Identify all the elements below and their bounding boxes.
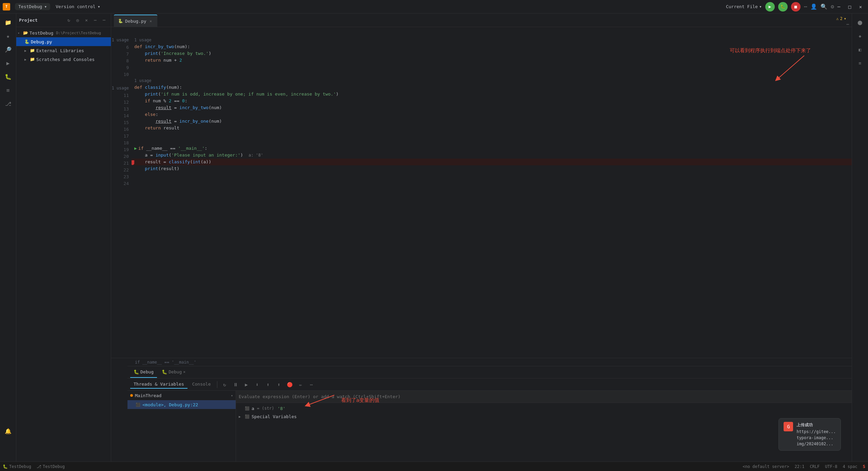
- notif-title: 上传成功: [796, 422, 836, 428]
- sidebar-close-btn[interactable]: ✕: [82, 16, 91, 24]
- editor-wrapper: 🐍 Debug.py ✕ ⋯ ⚠ 2 ▾ 1 usage 6 7 8 9 10: [111, 14, 852, 471]
- debug-tab[interactable]: 🐛 Debug: [130, 367, 157, 378]
- variables-panel: ▾ ⬛ a = (str) '8': [236, 391, 852, 471]
- right-gutter: ⬤ ◈ ◧ ≡: [852, 14, 868, 471]
- scratch-folder-icon: 📁: [30, 57, 35, 62]
- debug-more-btn[interactable]: ⋯: [307, 380, 316, 389]
- sidebar-actions: ↻ ◎ ✕ ⋯ ─: [65, 16, 108, 24]
- sidebar-locate-btn[interactable]: ◎: [74, 16, 82, 24]
- console-tab[interactable]: Console: [189, 380, 214, 389]
- dropdown-icon: ▾: [44, 4, 47, 9]
- pause-btn[interactable]: ⏸: [231, 380, 240, 389]
- user-icon[interactable]: 👤: [810, 3, 817, 10]
- eval-input[interactable]: [239, 394, 852, 399]
- debug-tab-label: Debug: [140, 369, 154, 374]
- code-line-15: else:: [132, 111, 852, 118]
- usage-hint-line11: 1 usage: [132, 77, 852, 84]
- status-position: 22:1: [794, 464, 804, 469]
- notif-content: 上传成功 https://gitee... typora-image... im…: [796, 422, 836, 447]
- run-icon-btn[interactable]: ▶: [2, 57, 14, 69]
- tree-item-scratches[interactable]: ▶ 📁 Scratches and Consoles: [16, 55, 111, 64]
- debug-run-button[interactable]: 🐛: [778, 2, 788, 12]
- right-gutter-icon4[interactable]: ≡: [854, 57, 866, 69]
- ln-usage1a: 1 usage: [111, 37, 129, 43]
- sidebar-minimize-btn[interactable]: ─: [100, 16, 108, 24]
- run-button[interactable]: ▶: [765, 2, 775, 12]
- project-menu-btn[interactable]: TestDebug ▾: [15, 3, 50, 10]
- sidebar-more-btn[interactable]: ⋯: [91, 16, 99, 24]
- var-item-special[interactable]: ▶ ⬛ Special Variables: [236, 412, 852, 421]
- code-line-12: print('if num is odd, increase by one; i…: [132, 91, 852, 98]
- tab-close-btn[interactable]: ✕: [149, 19, 153, 23]
- current-file-dropdown: ▾: [759, 4, 762, 9]
- status-project[interactable]: 🐛 TestDebug: [3, 464, 31, 469]
- resume-btn[interactable]: ↻: [220, 380, 230, 389]
- var-a-type: = (str): [257, 406, 274, 411]
- sidebar-refresh-btn[interactable]: ↻: [65, 16, 73, 24]
- file-tree: ▾ 📂 TestDebug D:\Project\TestDebug 🐍 Deb…: [16, 27, 111, 471]
- version-control-btn[interactable]: Version control ▾: [52, 3, 103, 10]
- debug-tab2-close[interactable]: ✕: [183, 370, 185, 374]
- var-special-icon: ⬛: [245, 414, 250, 419]
- maximize-btn[interactable]: □: [845, 2, 854, 12]
- notifications-icon-btn[interactable]: 🔔: [2, 425, 14, 437]
- tree-root[interactable]: ▾ 📂 TestDebug D:\Project\TestDebug: [16, 28, 111, 37]
- status-lang-icon: S: [863, 464, 865, 469]
- main-thread-item[interactable]: MainThread ▾: [127, 391, 236, 400]
- search-icon[interactable]: 🔍: [821, 3, 827, 10]
- find-icon-btn[interactable]: 🔎: [2, 43, 14, 56]
- notif-url: https://gitee...: [796, 429, 836, 435]
- debug-tab2-icon: 🐛: [162, 369, 167, 374]
- tree-item-external-libs[interactable]: ▶ 📁 External Libraries: [16, 46, 111, 55]
- project-icon-btn[interactable]: 📁: [2, 16, 14, 28]
- step-over-btn[interactable]: ▶: [242, 380, 251, 389]
- minimize-btn[interactable]: ─: [834, 2, 844, 12]
- debug-tab-2[interactable]: 🐛 Debug ✕: [158, 367, 189, 378]
- var-item-a[interactable]: ⬛ a = (str) '8': [236, 404, 852, 412]
- eval-bar: ▾: [236, 391, 852, 403]
- code-editor[interactable]: 1 usage 6 7 8 9 10 1 usage 11 12 13 14 1…: [111, 27, 852, 358]
- tree-item-debugpy[interactable]: 🐍 Debug.py: [16, 37, 111, 46]
- edit-btn[interactable]: ✏: [296, 380, 305, 389]
- scratch-expand-icon: ▶: [24, 58, 28, 61]
- close-btn[interactable]: ✕: [856, 2, 865, 12]
- threads-variables-tab[interactable]: Threads & Variables: [130, 380, 188, 389]
- right-gutter-icon3[interactable]: ◧: [854, 43, 866, 56]
- line-numbers: 1 usage 6 7 8 9 10 1 usage 11 12 13 14 1…: [111, 27, 132, 358]
- tab-more-btn[interactable]: ⋯: [846, 22, 849, 27]
- code-line-17: return result: [132, 125, 852, 131]
- run-to-cursor-btn[interactable]: ⬆: [274, 380, 284, 389]
- usage-hint-line6: 1 usage: [132, 37, 852, 43]
- status-branch[interactable]: ⎇ TestDebug: [37, 464, 65, 469]
- bottom-hint-text: if __name__ == '__main__': [135, 360, 196, 365]
- thread-dot: [130, 394, 133, 397]
- status-line-ending: CRLF: [810, 464, 820, 469]
- current-file-btn[interactable]: Current File ▾: [726, 4, 762, 9]
- right-gutter-icon1[interactable]: ⬤: [854, 16, 866, 28]
- python-tab-icon: 🐍: [118, 19, 123, 23]
- mute-breakpoints-btn[interactable]: 🔴: [285, 380, 295, 389]
- frame-item-module[interactable]: ⬛ <module>, Debug.py:22: [127, 400, 236, 409]
- settings-icon[interactable]: ⚙: [831, 3, 834, 10]
- code-line-16: result = incr_by_one(num): [132, 118, 852, 125]
- step-out-btn[interactable]: ⬆: [263, 380, 273, 389]
- layers-icon-btn[interactable]: ≡: [2, 84, 14, 96]
- sidebar-header: Project ↻ ◎ ✕ ⋯ ─: [16, 14, 111, 27]
- stop-button[interactable]: ■: [791, 2, 801, 12]
- git-icon-btn[interactable]: ⎇: [2, 98, 14, 110]
- code-line-9: [132, 64, 852, 70]
- sidebar-title: Project: [19, 18, 38, 23]
- debug-icon-btn[interactable]: 🐛: [2, 70, 14, 83]
- step-into-btn[interactable]: ⬇: [253, 380, 262, 389]
- code-content[interactable]: 1 usage def incr_by_two(num): print('Inc…: [132, 27, 852, 358]
- var-a-icon: ⬛: [245, 406, 250, 411]
- threads-tab-label: Threads & Variables: [134, 382, 184, 387]
- more-options-icon[interactable]: ⋯: [804, 3, 807, 10]
- editor-tab-debugpy[interactable]: 🐍 Debug.py ✕: [114, 15, 157, 27]
- right-gutter-icon2[interactable]: ◈: [854, 30, 866, 42]
- bookmark-icon-btn[interactable]: ★: [2, 30, 14, 42]
- icon-bar: 📁 ★ 🔎 ▶ 🐛 ≡ ⎇ 🔔: [0, 14, 16, 471]
- notif-detail: typora-image...: [796, 435, 836, 441]
- bottom-tabs: 🐛 Debug 🐛 Debug ✕ ⋯ ─: [127, 366, 852, 378]
- debug-content: MainThread ▾ ⬛ <module>, Debug.py:22: [127, 391, 852, 471]
